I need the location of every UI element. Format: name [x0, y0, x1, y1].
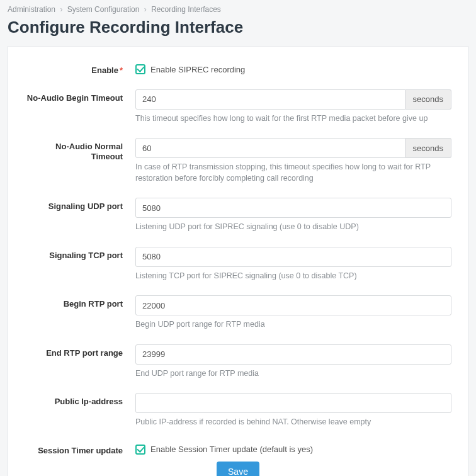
save-button[interactable]: Save — [217, 462, 259, 476]
sig-tcp-input[interactable] — [135, 247, 451, 267]
enable-checkbox[interactable]: Enable SIPREC recording — [135, 62, 451, 74]
sig-udp-help: Listening UDP port for SIPREC signaling … — [135, 222, 451, 233]
enable-label: Enable* — [25, 62, 135, 76]
rtp-end-help: End UDP port range for RTP media — [135, 368, 451, 380]
no-audio-begin-input[interactable] — [135, 89, 405, 110]
session-timer-label: Session Timer update — [25, 442, 135, 456]
sig-udp-label: Signaling UDP port — [25, 198, 135, 212]
public-ip-label: Public Ip-address — [25, 393, 135, 407]
session-timer-checkbox[interactable]: Enable Session Timer update (default is … — [135, 442, 451, 455]
seconds-unit: seconds — [405, 89, 451, 110]
sig-udp-input[interactable] — [135, 198, 451, 218]
chevron-right-icon: › — [60, 5, 62, 14]
rtp-begin-label: Begin RTP port — [25, 295, 135, 309]
breadcrumb-item-administration[interactable]: Administration — [8, 5, 55, 14]
checkmark-icon — [135, 445, 145, 455]
public-ip-input[interactable] — [135, 393, 451, 413]
public-ip-help: Public IP-address if recorded is behind … — [135, 417, 451, 428]
sig-tcp-help: Listening TCP port for SIPREC signaling … — [135, 271, 451, 282]
no-audio-begin-label: No-Audio Begin Timeout — [25, 89, 135, 103]
no-audio-normal-input[interactable] — [135, 138, 405, 158]
checkmark-icon — [135, 64, 145, 74]
form-panel: Enable* Enable SIPREC recording No-Audio… — [8, 46, 468, 476]
rtp-end-input[interactable] — [135, 344, 451, 365]
breadcrumb: Administration › System Configuration › … — [0, 0, 476, 16]
session-timer-checkbox-label: Enable Session Timer update (default is … — [150, 445, 313, 454]
form-actions: Save — [25, 462, 451, 476]
no-audio-normal-help: In case of RTP transmission stopping, th… — [135, 162, 451, 184]
breadcrumb-item-system-configuration[interactable]: System Configuration — [67, 5, 140, 14]
page-title: Configure Recording Interface — [0, 16, 476, 46]
rtp-begin-help: Begin UDP port range for RTP media — [135, 319, 451, 331]
required-mark: * — [120, 65, 123, 75]
rtp-begin-input[interactable] — [135, 295, 451, 315]
breadcrumb-item-recording-interfaces[interactable]: Recording Interfaces — [151, 5, 221, 14]
seconds-unit: seconds — [405, 138, 451, 158]
sig-tcp-label: Signaling TCP port — [25, 247, 135, 261]
enable-checkbox-label: Enable SIPREC recording — [150, 65, 245, 74]
chevron-right-icon: › — [144, 5, 147, 14]
no-audio-normal-label: No-Audio Normal Timeout — [25, 138, 135, 161]
rtp-end-label: End RTP port range — [25, 344, 135, 358]
no-audio-begin-help: This timeout specifies how long to wait … — [135, 113, 451, 125]
